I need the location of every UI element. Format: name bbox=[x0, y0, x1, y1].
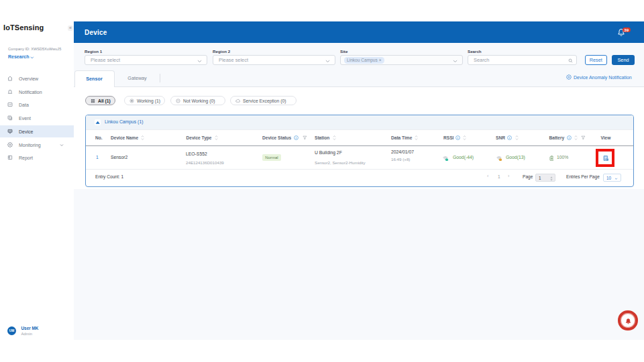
svg-text:39: 39 bbox=[624, 27, 629, 32]
